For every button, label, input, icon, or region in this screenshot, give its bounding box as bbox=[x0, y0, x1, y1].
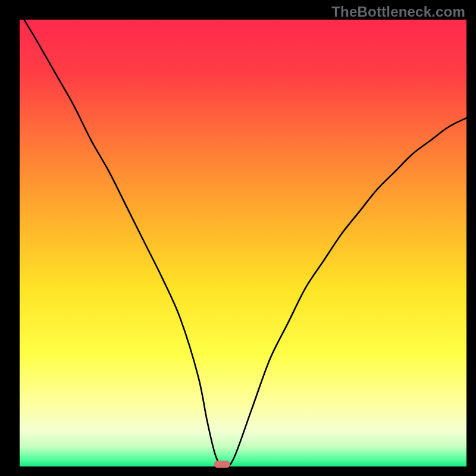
plot-background bbox=[20, 20, 466, 466]
optimal-marker bbox=[214, 461, 230, 468]
chart-frame: TheBottleneck.com bbox=[0, 0, 476, 476]
bottleneck-chart bbox=[0, 0, 476, 476]
watermark-text: TheBottleneck.com bbox=[331, 4, 465, 20]
